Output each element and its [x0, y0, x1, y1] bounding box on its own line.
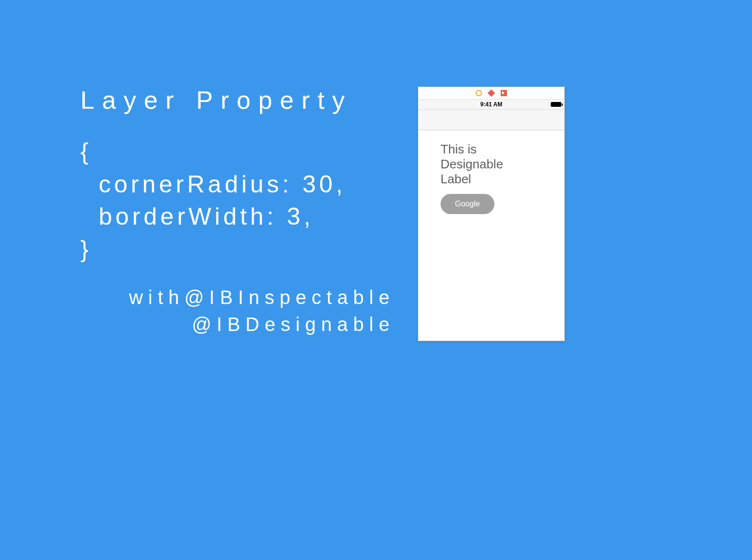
code-open-brace: {: [80, 136, 346, 168]
warning-icon: [476, 90, 482, 96]
navigation-bar: [418, 110, 564, 130]
code-block: { cornerRadius: 30, borderWidth: 3, }: [80, 136, 346, 266]
subtitle-line-1: with@IBInspectable: [125, 284, 395, 311]
subtitle-line-2: @IBDesignable: [125, 311, 395, 338]
code-line-borderwidth: borderWidth: 3,: [80, 201, 346, 233]
google-button[interactable]: Google: [441, 194, 494, 214]
code-line-cornerradius: cornerRadius: 30,: [80, 168, 346, 201]
battery-icon: [551, 102, 561, 107]
run-icon: [501, 90, 507, 96]
designable-label: This is Designable Label: [441, 142, 506, 187]
slide-title: Layer Property: [80, 86, 352, 115]
error-icon: [488, 89, 495, 97]
status-time: 9:41 AM: [480, 101, 503, 108]
phone-preview-frame: 9:41 AM This is Designable Label Google: [418, 87, 565, 341]
slide-subtitle: with@IBInspectable @IBDesignable: [125, 284, 395, 338]
status-bar: 9:41 AM: [418, 100, 564, 110]
code-close-brace: }: [80, 233, 346, 266]
phone-content-area: This is Designable Label Google: [418, 130, 564, 224]
xcode-canvas-toolbar: [418, 87, 564, 100]
